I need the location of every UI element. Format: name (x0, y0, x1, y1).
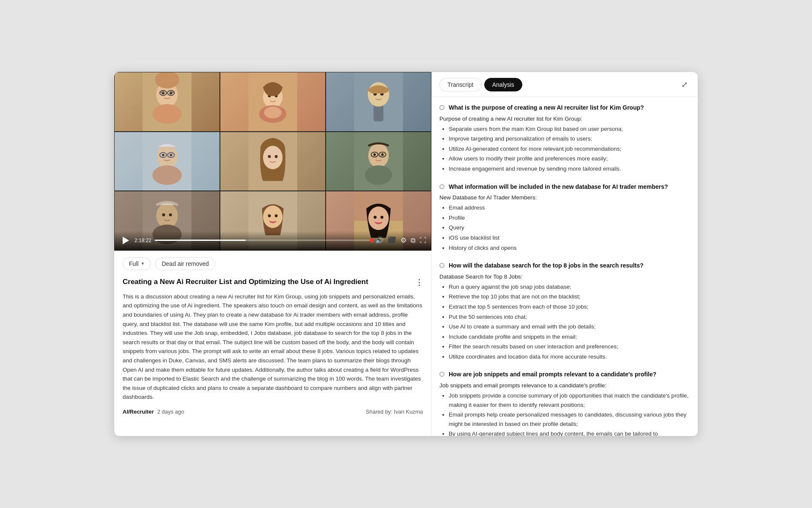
qa-list-item: History of clicks and opens (449, 243, 690, 253)
svg-point-40 (162, 213, 165, 216)
qa-list-item: Retrieve the top 10 jobs that are not on… (449, 292, 690, 301)
full-filter-label: Full (129, 260, 139, 267)
qa-question-text: What is the purpose of creating a new AI… (449, 104, 644, 112)
video-progress-bar[interactable] (155, 240, 372, 241)
analysis-content: What is the purpose of creating a new AI… (432, 97, 698, 436)
qa-list: Email addressProfileQueryiOS use blackli… (439, 203, 690, 252)
video-cell-4 (114, 132, 220, 191)
qa-list-item: Profile (449, 213, 690, 223)
qa-section-label: New Database for AI Trader Members: (439, 194, 690, 201)
article-body: This is a discussion about creating a ne… (123, 292, 423, 402)
qa-list-item: iOS use blacklist list (449, 233, 690, 243)
qa-list-item: Separate users from the main Kim Group l… (449, 124, 690, 134)
svg-point-13 (264, 107, 282, 119)
qa-list-item: Include candidate profile and snippets i… (449, 332, 690, 342)
qa-item-q2: What information will be included in the… (439, 183, 690, 253)
qa-list-item: Filter the search results based on user … (449, 342, 690, 351)
svg-point-35 (373, 153, 376, 156)
svg-point-43 (263, 206, 283, 228)
settings-icon[interactable]: ⚙ (401, 236, 406, 244)
article-tag[interactable]: AI/Recruiter (123, 409, 154, 415)
expand-button[interactable]: ⤢ (678, 79, 690, 91)
tab-analysis[interactable]: Analysis (484, 78, 522, 91)
article-title-row: Creating a New Ai Recruiter List and Opt… (123, 278, 423, 287)
qa-list-item: Run a query against the job snap jobs da… (449, 282, 690, 292)
content-area: Full ▼ Dead air removed Creating a New A… (114, 251, 431, 422)
qa-dot-icon (439, 372, 444, 377)
svg-point-50 (381, 216, 384, 219)
svg-point-27 (263, 146, 283, 169)
svg-point-48 (368, 207, 389, 230)
qa-dot-icon (439, 105, 444, 110)
svg-point-32 (365, 165, 392, 185)
right-header: Transcript Analysis ⤢ (432, 72, 698, 97)
captions-icon[interactable]: ⬛ (388, 236, 396, 244)
video-cell-6 (326, 132, 431, 191)
svg-point-36 (381, 153, 384, 156)
video-cell-3 (326, 72, 431, 132)
main-container: 2:18:22 🔊 ⬛ ⚙ ⧉ ⛶ Full (114, 72, 698, 436)
qa-list: Separate users from the main Kim Group l… (439, 124, 690, 174)
video-control-icons: 🔊 ⬛ ⚙ ⧉ ⛶ (375, 236, 426, 244)
play-button[interactable] (119, 235, 131, 246)
qa-dot-icon (439, 184, 444, 189)
meta-left: AI/Recruiter 2 days ago (123, 409, 184, 415)
qa-section-label: Database Search for Top 8 Jobs: (439, 273, 690, 280)
svg-point-29 (275, 155, 278, 158)
svg-point-28 (268, 155, 271, 158)
qa-dot-icon (439, 263, 444, 268)
svg-point-45 (275, 215, 278, 218)
qa-list-item: Use AI to create a summary and email wit… (449, 322, 690, 331)
left-panel: 2:18:22 🔊 ⬛ ⚙ ⧉ ⛶ Full (114, 72, 431, 436)
tab-group: Transcript Analysis (439, 78, 522, 91)
progress-dot (370, 238, 374, 243)
qa-question-text: What information will be included in the… (449, 183, 668, 191)
filter-bar: Full ▼ Dead air removed (123, 257, 423, 270)
volume-icon[interactable]: 🔊 (375, 236, 384, 244)
qa-list-item: Email address (449, 203, 690, 213)
article-meta: AI/Recruiter 2 days ago Shared by: Ivan … (123, 409, 423, 415)
qa-item-q4: How are job snippets and email prompts r… (439, 370, 690, 436)
fullscreen-icon[interactable]: ⛶ (420, 237, 426, 244)
qa-list-item: Query (449, 223, 690, 232)
dead-air-button[interactable]: Dead air removed (155, 257, 215, 270)
svg-point-44 (268, 215, 271, 218)
qa-question-text: How are job snippets and email prompts r… (449, 370, 656, 379)
svg-point-25 (170, 154, 172, 156)
full-filter-button[interactable]: Full ▼ (123, 257, 151, 270)
qa-list-item: Increase engagement and revenue by sendi… (449, 164, 690, 174)
progress-fill (155, 240, 246, 241)
more-options-icon[interactable]: ⋮ (415, 278, 423, 287)
video-player: 2:18:22 🔊 ⬛ ⚙ ⧉ ⛶ (114, 72, 431, 251)
qa-list-item: By using AI-generated subject lines and … (449, 429, 690, 436)
qa-item-q3: How will the database search for the top… (439, 262, 690, 361)
qa-question-row: How are job snippets and email prompts r… (439, 370, 690, 379)
qa-list-item: Utilize AI-generated content for more re… (449, 144, 690, 154)
pip-icon[interactable]: ⧉ (411, 237, 415, 244)
qa-section-label: Job snippets and email prompts relevance… (439, 382, 690, 389)
video-cell-1 (114, 72, 220, 132)
video-grid (114, 72, 431, 251)
tab-transcript[interactable]: Transcript (439, 78, 482, 91)
qa-question-row: What information will be included in the… (439, 183, 690, 191)
qa-list-item: Put the 50 sentences into chat; (449, 312, 690, 322)
svg-point-2 (152, 104, 181, 124)
qa-list-item: Email prompts help create personalized m… (449, 410, 690, 428)
article-title-text: Creating a New Ai Recruiter List and Opt… (123, 278, 368, 286)
dead-air-label: Dead air removed (162, 260, 208, 267)
qa-list-item: Allow users to modify their profile and … (449, 154, 690, 163)
qa-question-text: How will the database search for the top… (449, 262, 644, 270)
qa-list-item: Extract the top 5 sentences from each of… (449, 302, 690, 312)
qa-section-label: Purpose of creating a new AI recruiter l… (439, 116, 690, 122)
video-controls: 2:18:22 🔊 ⬛ ⚙ ⧉ ⛶ (114, 231, 431, 251)
qa-question-row: What is the purpose of creating a new AI… (439, 104, 690, 112)
svg-point-49 (373, 216, 376, 219)
video-cell-5 (220, 132, 326, 191)
article-time-ago: 2 days ago (157, 409, 184, 415)
qa-list-item: Job snippets provide a concise summary o… (449, 391, 690, 409)
svg-point-41 (169, 213, 172, 216)
article-shared-by: Shared by: Ivan Kuzma (366, 409, 423, 415)
qa-list: Job snippets provide a concise summary o… (439, 391, 690, 436)
qa-question-row: How will the database search for the top… (439, 262, 690, 270)
qa-list: Run a query against the job snap jobs da… (439, 282, 690, 362)
